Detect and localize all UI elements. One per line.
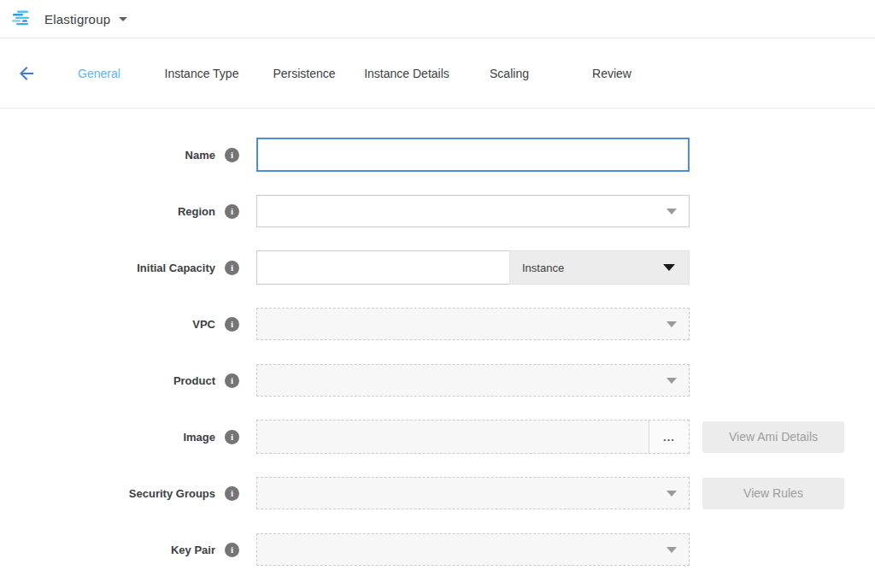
form-row-vpc: VPC [0, 296, 875, 352]
view-ami-details-button[interactable]: View Ami Details [702, 421, 844, 453]
image-picker: ... [256, 420, 690, 454]
wizard-tabs: General Instance Type Persistence Instan… [48, 67, 663, 80]
view-rules-button[interactable]: View Rules [702, 478, 844, 509]
tab-instance-details[interactable]: Instance Details [355, 67, 458, 80]
vpc-select [256, 308, 690, 340]
chevron-down-icon [667, 378, 677, 384]
image-label: Image [183, 431, 215, 444]
key-pair-select [256, 533, 690, 566]
chevron-down-icon [667, 547, 677, 553]
image-value [257, 420, 649, 453]
info-icon[interactable] [225, 204, 239, 219]
form-row-name: Name [0, 126, 875, 183]
info-icon[interactable] [225, 317, 239, 332]
tab-general[interactable]: General [48, 67, 150, 80]
chevron-down-icon[interactable] [119, 17, 127, 21]
capacity-unit-select[interactable]: Instance [509, 250, 690, 285]
info-icon[interactable] [225, 261, 239, 275]
name-label: Name [185, 149, 215, 162]
region-select[interactable] [256, 195, 690, 227]
capacity-unit-value: Instance [522, 262, 564, 274]
chevron-down-icon [667, 491, 677, 497]
form-row-security-groups: Security Groups View Rules [0, 465, 875, 521]
tab-scaling[interactable]: Scaling [458, 67, 561, 80]
form-row-region: Region [0, 183, 875, 239]
tab-persistence[interactable]: Persistence [253, 67, 355, 80]
info-icon[interactable] [225, 148, 239, 162]
form-row-product: Product [0, 352, 875, 409]
security-groups-label: Security Groups [129, 487, 215, 500]
info-icon[interactable] [225, 373, 239, 388]
back-button[interactable] [15, 62, 38, 85]
info-icon[interactable] [225, 430, 239, 444]
initial-capacity-label: Initial Capacity [137, 262, 215, 274]
tab-review[interactable]: Review [561, 67, 663, 80]
app-header: Elastigroup [0, 0, 875, 38]
chevron-down-icon [663, 264, 675, 271]
app-title[interactable]: Elastigroup [44, 12, 110, 26]
form-row-image: Image ... View Ami Details [0, 409, 875, 465]
back-arrow-icon [16, 63, 37, 84]
elastigroup-logo-icon [12, 10, 34, 28]
name-input[interactable] [256, 138, 690, 172]
image-browse-button[interactable]: ... [649, 420, 689, 453]
product-label: Product [173, 374, 215, 387]
info-icon[interactable] [225, 543, 239, 557]
form-row-initial-capacity: Initial Capacity Instance [0, 239, 875, 296]
vpc-label: VPC [192, 318, 215, 331]
initial-capacity-input[interactable] [256, 250, 509, 285]
security-groups-select [256, 477, 690, 509]
wizard-tab-bar: General Instance Type Persistence Instan… [0, 38, 875, 109]
product-select [256, 364, 690, 397]
chevron-down-icon [667, 321, 677, 327]
key-pair-label: Key Pair [171, 544, 215, 556]
chevron-down-icon [667, 209, 677, 215]
general-settings-form: Name Region Initial Capacity Instance [0, 109, 875, 578]
form-row-key-pair: Key Pair [0, 521, 875, 578]
info-icon[interactable] [225, 486, 239, 501]
region-label: Region [178, 205, 215, 218]
tab-instance-type[interactable]: Instance Type [150, 67, 253, 80]
